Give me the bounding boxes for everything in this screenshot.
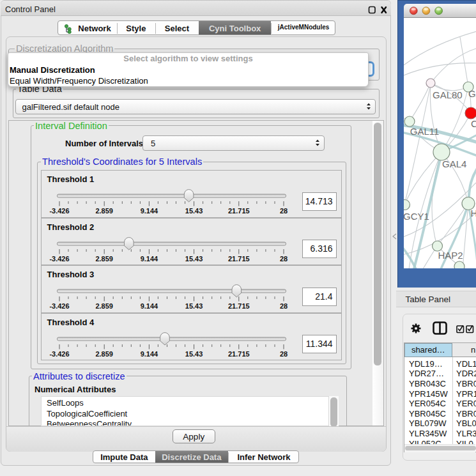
svg-text:9.144: 9.144 (140, 350, 158, 358)
svg-text:2.859: 2.859 (95, 207, 113, 215)
svg-text:28: 28 (279, 255, 287, 263)
svg-text:21.715: 21.715 (227, 302, 249, 310)
svg-text:2.859: 2.859 (95, 255, 113, 263)
svg-text:9.144: 9.144 (140, 255, 158, 263)
svg-text:2.859: 2.859 (95, 350, 113, 358)
svg-text:21.715: 21.715 (227, 207, 249, 215)
svg-text:-3.426: -3.426 (49, 350, 69, 358)
svg-text:28: 28 (279, 207, 287, 215)
svg-text:HAP2: HAP2 (438, 249, 463, 260)
svg-text:CYC8: CYC8 (471, 118, 476, 129)
svg-text:9.144: 9.144 (140, 302, 158, 310)
svg-text:9.144: 9.144 (140, 207, 158, 215)
svg-text:-3.426: -3.426 (49, 207, 69, 215)
svg-text:28: 28 (279, 302, 287, 310)
svg-text:21.715: 21.715 (227, 255, 249, 263)
svg-text:15.43: 15.43 (185, 207, 203, 215)
svg-text:2.859: 2.859 (95, 302, 113, 310)
svg-text:GAL3: GAL3 (468, 88, 476, 99)
svg-text:-3.426: -3.426 (49, 255, 69, 263)
svg-text:GAL11: GAL11 (410, 125, 440, 136)
svg-text:GCY1: GCY1 (404, 211, 429, 222)
svg-text:HIS4: HIS4 (471, 207, 476, 218)
svg-text:15.43: 15.43 (185, 255, 203, 263)
svg-text:15.43: 15.43 (185, 350, 203, 358)
svg-text:28: 28 (279, 350, 287, 358)
svg-text:21.715: 21.715 (227, 350, 249, 358)
svg-text:GAL80: GAL80 (433, 89, 463, 100)
svg-text:-3.426: -3.426 (49, 302, 69, 310)
svg-text:GAL4: GAL4 (442, 158, 466, 169)
svg-text:15.43: 15.43 (185, 302, 203, 310)
